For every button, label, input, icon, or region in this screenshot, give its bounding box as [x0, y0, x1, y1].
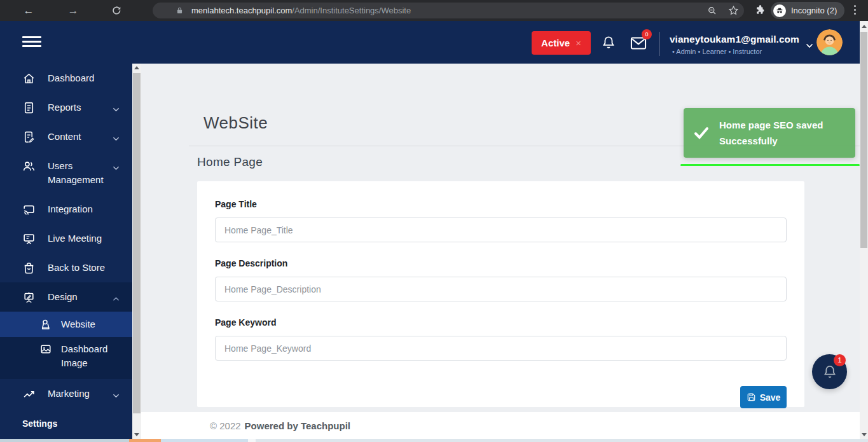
active-status-button[interactable]: Active× [532, 31, 591, 55]
incognito-profile-chip[interactable]: Incognito (2) [771, 2, 844, 19]
checkmark-icon [692, 124, 710, 142]
footer-copyright: © 2022 [210, 420, 241, 431]
home-icon [22, 72, 36, 85]
sidebar-scrollbar[interactable] [132, 64, 141, 439]
sidebar-item-live-meeting[interactable]: Live Meeting [0, 224, 132, 253]
mail-badge: 0 [642, 29, 652, 39]
taskbar-sliver [256, 439, 868, 442]
taskbar-sliver [0, 439, 129, 442]
url-text: menlahtech.teachpupil.com/Admin/Institut… [191, 6, 411, 15]
zoom-page-icon[interactable] [707, 6, 717, 16]
sidebar-item-back-to-store[interactable]: Back to Store [0, 253, 132, 282]
notification-count-badge: 1 [834, 354, 846, 366]
shopping-bag-icon [22, 261, 36, 275]
scroll-up-icon[interactable] [860, 22, 868, 31]
browser-toolbar: ← → menlahtech.teachpupil.com/Admin/Inst… [0, 0, 868, 21]
scroll-up-icon[interactable] [132, 64, 141, 72]
screen: ← → menlahtech.teachpupil.com/Admin/Inst… [0, 0, 868, 442]
sidebar-item-label: Website [61, 317, 118, 331]
scrollbar-thumb[interactable] [860, 32, 867, 248]
incognito-label: Incognito (2) [791, 6, 837, 15]
url-bar[interactable]: menlahtech.teachpupil.com/Admin/Institut… [153, 3, 744, 18]
bookmark-star-icon[interactable] [728, 5, 739, 16]
user-roles: • Admin • Learner • Instructor [672, 48, 762, 55]
award-icon [39, 318, 52, 331]
sidebar-item-label: Design [48, 290, 119, 304]
chevron-down-icon [113, 161, 120, 175]
chevron-down-icon [113, 132, 120, 146]
content-file-icon [22, 130, 36, 144]
lock-icon [176, 6, 184, 15]
presentation-icon [22, 232, 36, 245]
scroll-down-icon[interactable] [132, 431, 141, 439]
sidebar-item-dashboard-image[interactable]: Dashboard Image [0, 337, 132, 379]
toast-success[interactable]: Home page SEO saved Successfully [684, 108, 855, 158]
sidebar-item-content[interactable]: Content [0, 122, 132, 151]
hamburger-menu-icon[interactable] [22, 36, 41, 50]
sidebar-item-users-management[interactable]: Users Management [0, 151, 132, 195]
sidebar-item-label: Marketing [48, 387, 119, 401]
seo-form-card: Page Title Page Description Page Keyword… [197, 181, 804, 407]
sidebar-item-label: Content [48, 130, 119, 144]
section-title: Home Page [197, 155, 263, 169]
browser-menu-icon[interactable] [854, 5, 856, 15]
page-description-label: Page Description [215, 258, 787, 268]
toast-progress-bar [680, 164, 860, 166]
close-icon[interactable]: × [575, 38, 581, 48]
notifications-bell-icon[interactable] [601, 35, 616, 53]
page-title-label: Page Title [215, 199, 787, 209]
page-scrollbar[interactable] [860, 21, 868, 439]
sidebar-item-label: Reports [48, 100, 119, 114]
sidebar-item-integration[interactable]: Integration [0, 195, 132, 224]
page-title-input[interactable] [215, 218, 787, 242]
footer: © 2022 Powered by Teachpupil [141, 412, 860, 439]
scrollbar-thumb[interactable] [133, 73, 141, 413]
chevron-down-icon [113, 389, 120, 403]
sidebar-item-label: Live Meeting [48, 231, 119, 245]
incognito-icon [773, 4, 786, 17]
save-floppy-icon [747, 392, 756, 402]
sidebar-item-design[interactable]: Design [0, 282, 132, 312]
sidebar: Dashboard Reports Content Users Manageme… [0, 64, 132, 439]
app-navbar: Active× 0 vianeytoukam1@gmail.com • Admi… [0, 21, 868, 64]
users-icon [22, 160, 36, 173]
sidebar-item-dashboard[interactable]: Dashboard [0, 64, 132, 93]
user-email[interactable]: vianeytoukam1@gmail.com [670, 34, 799, 45]
sidebar-item-label: Integration [48, 202, 119, 216]
taskbar-sliver [161, 439, 248, 442]
scroll-down-icon[interactable] [860, 431, 868, 439]
page-keyword-input[interactable] [215, 336, 787, 361]
taskbar-sliver-orange [129, 439, 161, 442]
sidebar-item-label: Back to Store [48, 261, 119, 275]
sidebar-item-label: Dashboard Image [61, 342, 118, 370]
report-file-icon [22, 101, 36, 114]
chevron-down-icon [113, 102, 120, 116]
avatar[interactable] [816, 29, 843, 55]
cast-icon [22, 203, 36, 216]
navbar-divider [659, 32, 660, 56]
sidebar-section-settings: Settings [0, 418, 132, 429]
page-description-input[interactable] [215, 277, 787, 301]
image-icon [39, 343, 52, 356]
taskbar-sliver [248, 439, 256, 442]
extensions-icon[interactable] [754, 4, 766, 19]
trending-up-icon [22, 387, 36, 401]
sidebar-item-reports[interactable]: Reports [0, 93, 132, 122]
page-keyword-label: Page Keyword [215, 317, 787, 328]
page-title: WebSite [203, 113, 268, 133]
chevron-down-icon[interactable] [806, 40, 813, 52]
reload-icon[interactable] [107, 5, 126, 16]
forward-icon[interactable]: → [64, 4, 83, 17]
sidebar-item-label: Dashboard [48, 71, 119, 85]
save-button[interactable]: Save [740, 386, 787, 408]
easel-icon [22, 291, 36, 304]
sidebar-item-label: Users Management [48, 159, 119, 187]
sidebar-item-website[interactable]: Website [0, 312, 132, 337]
footer-powered-by: Powered by Teachpupil [245, 420, 350, 431]
chevron-up-icon [113, 292, 120, 306]
toast-message: Home page SEO saved Successfully [719, 117, 823, 149]
sidebar-item-marketing[interactable]: Marketing [0, 379, 132, 408]
back-icon[interactable]: ← [19, 4, 38, 17]
design-group: Design Website Dashboard Image [0, 282, 132, 379]
